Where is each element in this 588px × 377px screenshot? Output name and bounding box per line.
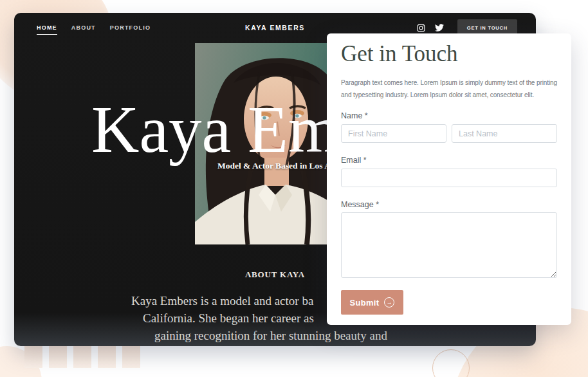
about-text-line: California. She began her career as bbox=[143, 311, 314, 326]
arrow-right-circle-icon: → bbox=[384, 297, 394, 308]
submit-button-label: Submit bbox=[350, 298, 380, 308]
twitter-icon[interactable] bbox=[435, 23, 444, 32]
email-field-row bbox=[341, 169, 557, 187]
nav-link-portfolio[interactable]: PORTFOLIO bbox=[110, 24, 151, 31]
about-text-line: Kaya Embers is a model and actor ba bbox=[131, 294, 313, 308]
email-label: Email * bbox=[341, 156, 557, 165]
submit-button[interactable]: Submit → bbox=[341, 290, 403, 315]
instagram-icon[interactable] bbox=[417, 24, 425, 32]
email-input[interactable] bbox=[341, 169, 557, 187]
nav-link-home[interactable]: HOME bbox=[37, 24, 57, 31]
modal-description-line: and typesetting industry. Lorem Ipsum do… bbox=[341, 89, 557, 101]
last-name-input[interactable] bbox=[452, 124, 557, 143]
message-textarea[interactable] bbox=[341, 212, 557, 278]
modal-description-line: Paragraph text comes here. Lorem Ipsum i… bbox=[341, 77, 557, 89]
message-label: Message * bbox=[341, 200, 557, 209]
nav-link-about[interactable]: ABOUT bbox=[71, 24, 96, 31]
modal-description: Paragraph text comes here. Lorem Ipsum i… bbox=[341, 77, 557, 101]
modal-title: Get in Touch bbox=[341, 41, 557, 67]
contact-modal: Get in Touch Paragraph text comes here. … bbox=[327, 33, 571, 325]
page-background: HOME ABOUT PORTFOLIO KAYA EMBERS bbox=[0, 0, 588, 377]
about-text-line: gaining recognition for her stunning bea… bbox=[154, 329, 387, 343]
brand-logo[interactable]: KAYA EMBERS bbox=[245, 13, 305, 42]
first-name-input[interactable] bbox=[341, 124, 446, 143]
nav-links: HOME ABOUT PORTFOLIO bbox=[37, 13, 151, 42]
decorative-ring-bottom bbox=[432, 349, 470, 377]
name-fields-row bbox=[341, 124, 557, 143]
name-label: Name * bbox=[341, 111, 557, 120]
